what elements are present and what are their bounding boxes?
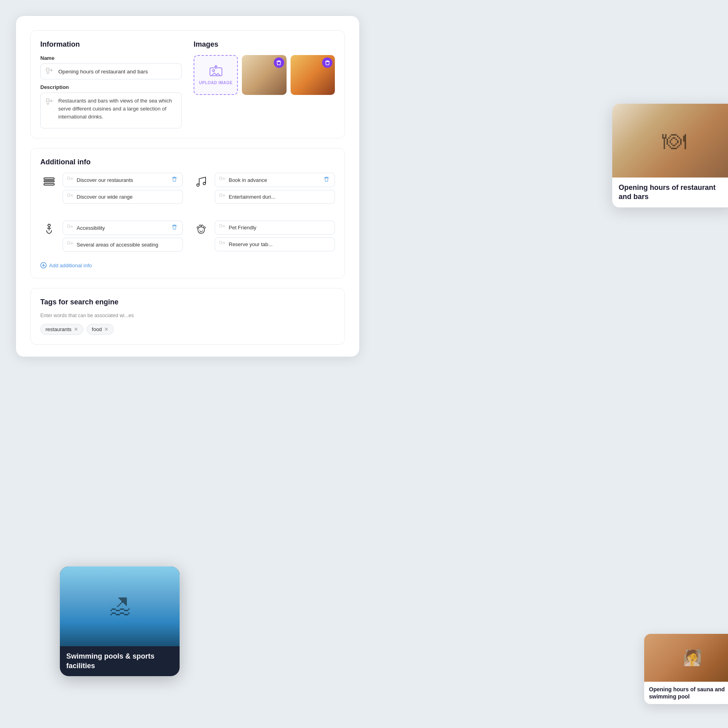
burger-icon-wrap — [40, 173, 58, 190]
translate-icon-2 — [46, 98, 54, 107]
translate-icon-8 — [67, 241, 73, 249]
tags-subtitle: Enter words that can be associated wi...… — [40, 313, 335, 318]
tag-food-label: food — [92, 326, 102, 332]
name-value: Opening hours of restaurant and bars — [58, 69, 148, 75]
field-accessibility[interactable]: Accessibility — [63, 221, 183, 235]
svg-point-17 — [202, 230, 203, 231]
svg-point-3 — [212, 70, 214, 72]
name-label: Name — [40, 55, 182, 61]
delete-book-advance-button[interactable] — [322, 176, 330, 184]
svg-rect-8 — [67, 194, 70, 196]
upload-button[interactable]: UPLOAD IMAGE — [194, 55, 238, 95]
info-group-music: Book in advance — [192, 173, 335, 204]
remove-tag-restaurants-button[interactable]: ✕ — [74, 327, 78, 332]
translate-icon-5 — [219, 176, 226, 184]
field-accessible-seating[interactable]: Several areas of accessible seating — [63, 238, 183, 252]
translate-icon-3 — [67, 176, 73, 184]
additional-info-title: Additional info — [40, 158, 335, 166]
floating-card-pool: 🏖 Swimming pools & sports facilities — [60, 566, 180, 676]
field-reserve-table-value: Reserve your tab... — [229, 241, 330, 247]
add-additional-info-button[interactable]: Add additional info — [40, 262, 92, 268]
floating-card-sauna: 🧖 Opening hours of sauna and swimming po… — [644, 634, 728, 704]
svg-point-13 — [48, 224, 50, 227]
floating-card-restaurant: 🍽 Opening hours of restaurant and bars — [612, 104, 728, 207]
translate-icon — [46, 67, 54, 76]
information-section: Information Name Opening hours of restau… — [40, 40, 182, 128]
pet-icon-wrap — [192, 221, 210, 238]
remove-tag-food-button[interactable]: ✕ — [104, 327, 109, 332]
delete-drinks-image-button[interactable] — [322, 57, 332, 68]
field-reserve-table[interactable]: Reserve your tab... — [215, 237, 335, 251]
floating-sauna-title: Opening hours of sauna and swimming pool — [644, 682, 728, 704]
delete-discover-restaurants-button[interactable] — [170, 176, 178, 184]
field-wide-range-value: Discover our wide range — [77, 194, 178, 200]
add-additional-info-label: Add additional info — [49, 262, 92, 268]
translate-icon-4 — [67, 193, 73, 201]
upload-label: UPLOAD IMAGE — [199, 81, 233, 85]
info-group-burger: Discover our restaurants — [40, 173, 183, 204]
field-book-advance-value: Book in advance — [229, 177, 319, 183]
svg-rect-7 — [67, 177, 70, 180]
images-section: Images UPLOAD IMAGE — [194, 40, 335, 128]
field-pet-friendly-value: Pet Friendly — [229, 225, 330, 231]
tag-restaurants-label: restaurants — [46, 326, 71, 332]
svg-rect-1 — [46, 99, 49, 102]
tags-row: restaurants ✕ food ✕ — [40, 324, 335, 335]
field-accessible-seating-value: Several areas of accessible seating — [77, 242, 178, 248]
music-icon — [194, 174, 209, 189]
field-accessibility-value: Accessibility — [77, 225, 167, 231]
field-discover-restaurants[interactable]: Discover our restaurants — [63, 173, 183, 187]
pet-icon — [194, 222, 209, 237]
music-fields: Book in advance — [215, 173, 335, 204]
upload-image-icon — [210, 65, 222, 79]
image-thumb-food — [242, 55, 286, 95]
additional-info-grid: Discover our restaurants — [40, 173, 335, 259]
description-label: Description — [40, 84, 182, 90]
images-grid: UPLOAD IMAGE — [194, 55, 335, 95]
burger-icon — [42, 174, 57, 189]
translate-icon-7 — [67, 224, 73, 232]
delete-food-image-button[interactable] — [274, 57, 284, 68]
tag-food: food ✕ — [87, 324, 114, 335]
image-thumb-drinks — [291, 55, 335, 95]
translate-icon-10 — [219, 241, 226, 248]
main-card: Information Name Opening hours of restau… — [16, 16, 359, 357]
field-pet-friendly[interactable]: Pet Friendly — [215, 221, 335, 235]
svg-rect-11 — [220, 177, 222, 180]
field-entertainment[interactable]: Entertainment duri... — [215, 190, 335, 204]
description-textarea[interactable]: Restaurants and bars with views of the s… — [40, 93, 182, 128]
info-group-accessibility: Accessibility — [40, 221, 183, 252]
svg-rect-6 — [44, 183, 54, 185]
tag-restaurants: restaurants ✕ — [40, 324, 83, 335]
field-entertainment-value: Entertainment duri... — [229, 194, 330, 200]
svg-rect-19 — [220, 241, 222, 244]
plus-circle-icon — [40, 262, 47, 268]
svg-rect-15 — [67, 242, 70, 244]
accessibility-icon-wrap — [40, 221, 58, 238]
tags-title: Tags for search engine — [40, 298, 335, 306]
info-group-pet: Pet Friendly Reserve your tab... — [192, 221, 335, 252]
field-wide-range[interactable]: Discover our wide range — [63, 190, 183, 204]
top-row: Information Name Opening hours of restau… — [30, 30, 345, 138]
accessibility-icon — [42, 222, 57, 237]
name-input-row[interactable]: Opening hours of restaurant and bars — [40, 63, 182, 79]
svg-rect-14 — [67, 225, 70, 227]
svg-point-16 — [200, 230, 200, 231]
svg-rect-5 — [44, 181, 54, 182]
svg-point-9 — [197, 184, 199, 186]
svg-rect-4 — [44, 178, 54, 180]
translate-icon-6 — [219, 193, 226, 201]
translate-icon-9 — [219, 224, 226, 231]
images-title: Images — [194, 40, 335, 49]
floating-restaurant-title: Opening hours of restaurant and bars — [612, 178, 728, 207]
information-title: Information — [40, 40, 182, 49]
pet-fields: Pet Friendly Reserve your tab... — [215, 221, 335, 252]
svg-rect-0 — [46, 68, 49, 71]
burger-fields: Discover our restaurants — [63, 173, 183, 204]
svg-rect-18 — [220, 225, 222, 227]
field-book-advance[interactable]: Book in advance — [215, 173, 335, 187]
floating-pool-title: Swimming pools & sports facilities — [60, 646, 180, 676]
field-discover-restaurants-value: Discover our restaurants — [77, 177, 167, 183]
delete-accessibility-button[interactable] — [170, 224, 178, 232]
tags-section: Tags for search engine Enter words that … — [30, 288, 345, 345]
